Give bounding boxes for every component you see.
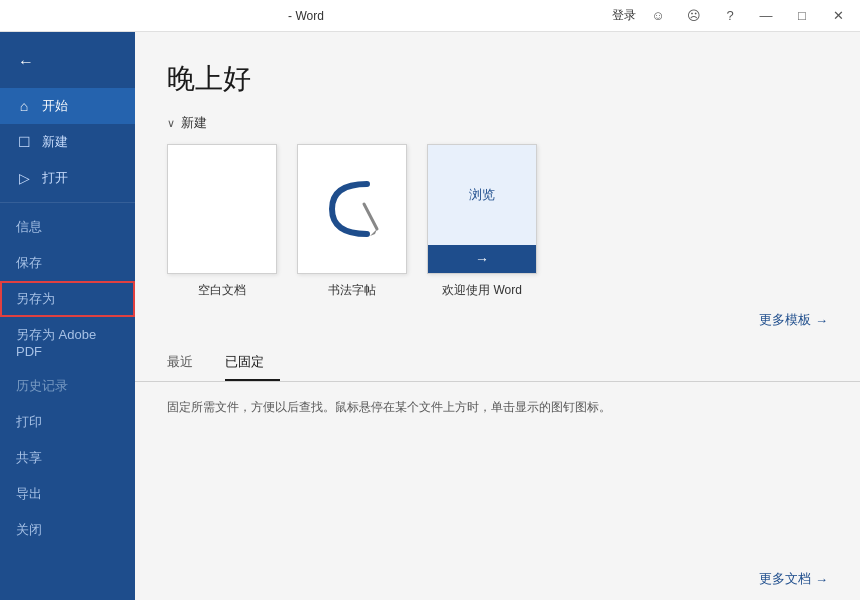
app-title: - Word (288, 9, 324, 23)
back-icon: ← (18, 53, 34, 71)
sidebar-item-saveas[interactable]: 另存为 (0, 281, 135, 317)
main-content: 晚上好 ∨ 新建 空白文档 (135, 32, 860, 600)
login-button[interactable]: 登录 (612, 7, 636, 24)
open-icon: ▷ (16, 170, 32, 186)
sidebar-item-open[interactable]: ▷ 打开 (0, 160, 135, 196)
title-bar: - Word 登录 ☺ ☹ ? — □ ✕ (0, 0, 860, 32)
welcome-top-text: 浏览 (469, 186, 495, 204)
sidebar-item-export-label: 导出 (16, 486, 42, 501)
new-section-label: 新建 (181, 114, 207, 132)
sidebar-item-share[interactable]: 共享 (0, 440, 135, 476)
tab-recent[interactable]: 最近 (167, 345, 209, 381)
sidebar-item-adobe-label: 另存为 AdobePDF (16, 327, 96, 359)
sidebar-item-info[interactable]: 信息 (0, 209, 135, 245)
tabs-row: 最近 已固定 (135, 345, 860, 382)
template-blank[interactable]: 空白文档 (167, 144, 277, 299)
sidebar-item-close[interactable]: 关闭 (0, 512, 135, 548)
template-welcome[interactable]: 浏览 → 欢迎使用 Word (427, 144, 537, 299)
blank-label: 空白文档 (198, 282, 246, 299)
sidebar-item-open-label: 打开 (42, 169, 68, 187)
welcome-thumb[interactable]: 浏览 → (427, 144, 537, 274)
more-templates-label: 更多模板 (759, 311, 811, 329)
sidebar-item-saveas-label: 另存为 (16, 291, 55, 306)
pinned-empty-state: 固定所需文件，方便以后查找。鼠标悬停在某个文件上方时，单击显示的图钉图标。 (135, 382, 860, 433)
new-icon: ☐ (16, 134, 32, 150)
close-button[interactable]: ✕ (824, 2, 852, 30)
sidebar-item-history-label: 历史记录 (16, 378, 68, 393)
calligraphy-thumb[interactable] (297, 144, 407, 274)
welcome-bottom: → (428, 245, 536, 273)
more-templates-link[interactable]: 更多模板 → (135, 307, 860, 345)
svg-marker-1 (370, 229, 377, 236)
app-body: ← ⌂ 开始 ☐ 新建 ▷ 打开 信息 保存 另存为 另存为 AdobePDF … (0, 32, 860, 600)
more-docs-arrow-icon: → (815, 572, 828, 587)
sidebar-item-home-label: 开始 (42, 97, 68, 115)
svg-line-0 (364, 204, 377, 229)
tab-recent-label: 最近 (167, 354, 193, 369)
calligraphy-label: 书法字帖 (328, 282, 376, 299)
sidebar-item-save-label: 保存 (16, 255, 42, 270)
sidebar-item-share-label: 共享 (16, 450, 42, 465)
sidebar-item-save[interactable]: 保存 (0, 245, 135, 281)
sidebar-item-info-label: 信息 (16, 219, 42, 234)
more-docs-label: 更多文档 (759, 570, 811, 588)
minimize-button[interactable]: — (752, 2, 780, 30)
new-section-header[interactable]: ∨ 新建 (135, 114, 860, 144)
pinned-empty-text: 固定所需文件，方便以后查找。鼠标悬停在某个文件上方时，单击显示的图钉图标。 (167, 400, 611, 414)
arrow-right-icon: → (475, 251, 489, 267)
calligraphy-svg (322, 174, 382, 244)
sidebar: ← ⌂ 开始 ☐ 新建 ▷ 打开 信息 保存 另存为 另存为 AdobePDF … (0, 32, 135, 600)
welcome-top: 浏览 (428, 145, 536, 245)
template-calligraphy[interactable]: 书法字帖 (297, 144, 407, 299)
welcome-label: 欢迎使用 Word (442, 282, 522, 299)
more-templates-arrow-icon: → (815, 313, 828, 328)
maximize-button[interactable]: □ (788, 2, 816, 30)
sidebar-item-new-label: 新建 (42, 133, 68, 151)
chevron-down-icon: ∨ (167, 117, 175, 130)
sidebar-item-print-label: 打印 (16, 414, 42, 429)
sidebar-item-adobe[interactable]: 另存为 AdobePDF (0, 317, 135, 368)
home-icon: ⌂ (16, 98, 32, 114)
tab-pinned-label: 已固定 (225, 354, 264, 369)
back-button[interactable]: ← (8, 44, 44, 80)
emoji-smile-button[interactable]: ☺ (644, 2, 672, 30)
sidebar-item-print[interactable]: 打印 (0, 404, 135, 440)
sidebar-item-history[interactable]: 历史记录 (0, 368, 135, 404)
templates-row: 空白文档 书法字帖 (135, 144, 860, 307)
sidebar-item-close-label: 关闭 (16, 522, 42, 537)
greeting-text: 晚上好 (135, 32, 860, 114)
emoji-frown-button[interactable]: ☹ (680, 2, 708, 30)
more-docs-link[interactable]: 更多文档 → (135, 558, 860, 600)
title-bar-center: - Word (8, 9, 604, 23)
blank-page (168, 145, 276, 273)
sidebar-item-new[interactable]: ☐ 新建 (0, 124, 135, 160)
sidebar-divider (0, 202, 135, 203)
sidebar-item-home[interactable]: ⌂ 开始 (0, 88, 135, 124)
tab-pinned[interactable]: 已固定 (225, 345, 280, 381)
sidebar-item-export[interactable]: 导出 (0, 476, 135, 512)
blank-thumb[interactable] (167, 144, 277, 274)
help-button[interactable]: ? (716, 2, 744, 30)
